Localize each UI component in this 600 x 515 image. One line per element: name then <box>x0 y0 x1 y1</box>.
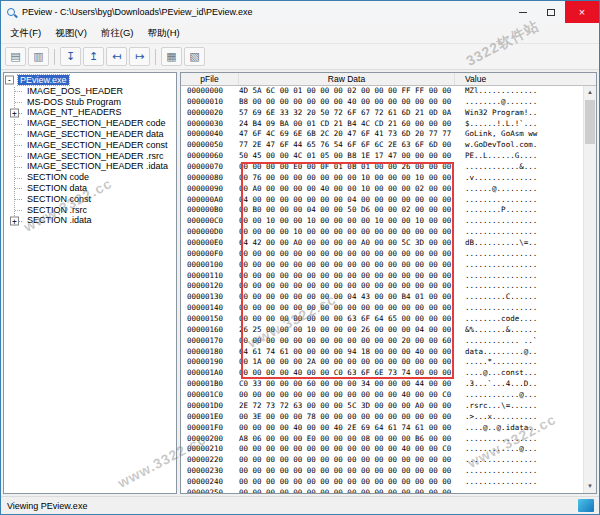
hex-row[interactable]: 000001C0 00 00 00 00 00 00 00 00 00 00 0… <box>181 390 583 401</box>
tree-item-section-header-idata[interactable]: IMAGE_SECTION_HEADER .idata <box>4 161 176 172</box>
hex-row[interactable]: 000000F0 00 00 00 00 00 00 00 00 00 00 0… <box>181 249 583 260</box>
hex-row-address: 00000230 <box>181 466 239 477</box>
hex-row[interactable]: 000001E0 00 3E 00 00 00 78 00 00 00 00 0… <box>181 412 583 423</box>
hex-row[interactable]: 000001A0 00 00 00 00 40 00 00 C0 63 6F 6… <box>181 368 583 379</box>
scroll-up-arrow-icon[interactable]: ▲ <box>584 86 596 99</box>
hex-row[interactable]: 000000D0 00 00 00 00 10 00 00 00 00 00 0… <box>181 227 583 238</box>
hex-row[interactable]: 00000080 00 76 00 00 00 00 00 00 00 10 0… <box>181 173 583 184</box>
view-raw-button[interactable]: ▦ <box>161 47 182 66</box>
minimize-button[interactable] <box>509 1 537 23</box>
tree-item-section-rsrc[interactable]: SECTION .rsrc <box>4 205 176 216</box>
scrollbar-thumb[interactable] <box>585 100 595 144</box>
tree-item-section-data[interactable]: SECTION data <box>4 183 176 194</box>
toolbar-separator[interactable] <box>155 49 156 65</box>
hex-row[interactable]: 00000230 00 00 00 00 00 00 00 00 00 00 0… <box>181 466 583 477</box>
hex-row-value: data.........@.. <box>455 347 583 358</box>
view-struct-button[interactable]: ▧ <box>184 47 205 66</box>
expander-icon[interactable] <box>10 216 19 225</box>
hex-row[interactable]: 00000030 24 B4 09 BA 00 01 CD 21 B4 4C C… <box>181 119 583 130</box>
hex-row-bytes: 00 00 00 00 00 00 00 00 00 00 00 00 00 0… <box>239 455 455 466</box>
tree-item-section-header-const[interactable]: IMAGE_SECTION_HEADER const <box>4 140 176 151</box>
open-file-button[interactable]: ▤ <box>5 47 26 66</box>
hex-row-value: .3...`...4...D.. <box>455 379 583 390</box>
hex-row[interactable]: 00000000 4D 5A 6C 00 01 00 00 00 02 00 0… <box>181 86 583 97</box>
hex-row[interactable]: 00000040 47 6F 4C 69 6E 6B 2C 20 47 6F 4… <box>181 129 583 140</box>
app-icon <box>6 7 17 18</box>
menu-file[interactable]: 文件(F) <box>3 25 48 42</box>
hex-row[interactable]: 00000100 00 00 00 00 00 00 00 00 00 00 0… <box>181 260 583 271</box>
tree-item-label: SECTION code <box>25 172 91 182</box>
hex-row-address: 000001E0 <box>181 412 239 423</box>
tree-item-section-header-rsrc[interactable]: IMAGE_SECTION_HEADER .rsrc <box>4 151 176 162</box>
hex-row-value: GoLink, GoAsm ww <box>455 129 583 140</box>
hex-row[interactable]: 00000090 00 A0 00 00 00 00 40 00 00 10 0… <box>181 184 583 195</box>
toolbar-separator[interactable] <box>54 49 55 65</box>
hex-row[interactable]: 00000200 A8 06 00 00 00 E0 00 00 00 08 0… <box>181 434 583 445</box>
hex-row[interactable]: 00000130 00 00 00 00 00 00 00 00 04 43 0… <box>181 292 583 303</box>
hex-row[interactable]: 00000070 00 00 00 00 E0 00 0F 01 0B 01 0… <box>181 162 583 173</box>
hex-row-bytes: 00 00 00 00 E0 00 0F 01 0B 01 00 00 26 0… <box>239 162 455 173</box>
tree-item-section-header-code[interactable]: IMAGE_SECTION_HEADER code <box>4 118 176 129</box>
hex-row[interactable]: 000000B0 00 B0 00 00 00 04 00 00 50 D6 0… <box>181 205 583 216</box>
maximize-button[interactable] <box>537 1 565 23</box>
hex-row[interactable]: 00000170 00 00 00 00 00 00 00 00 00 00 0… <box>181 336 583 347</box>
tree-item-label: SECTION data <box>25 183 89 193</box>
nav-back-button[interactable]: ↤ <box>106 47 127 66</box>
hex-row-address: 000001A0 <box>181 368 239 379</box>
tree-item-section-code[interactable]: SECTION code <box>4 172 176 183</box>
hex-row-bytes: 00 76 00 00 00 00 00 00 00 10 00 00 00 1… <box>239 173 455 184</box>
hex-row[interactable]: 00000250 00 00 00 00 00 00 00 00 00 00 0… <box>181 488 583 493</box>
hex-row[interactable]: 000000C0 00 00 10 00 00 10 00 00 00 00 1… <box>181 216 583 227</box>
hex-row-bytes: 00 A0 00 00 00 00 40 00 00 10 00 00 00 0… <box>239 184 455 195</box>
close-button[interactable]: × <box>565 1 599 23</box>
hex-row[interactable]: 00000150 00 00 00 00 00 00 00 00 63 6F 6… <box>181 314 583 325</box>
tree-item-peview-exe[interactable]: PEview.exe <box>4 75 176 86</box>
hex-row[interactable]: 000000E0 64 42 00 00 A0 00 00 00 00 A0 0… <box>181 238 583 249</box>
copy-button[interactable]: ▥ <box>28 47 49 66</box>
hex-row[interactable]: 00000240 00 00 00 00 00 00 00 00 00 00 0… <box>181 477 583 488</box>
nav-up-button[interactable]: ↥ <box>83 47 104 66</box>
expander-icon[interactable] <box>5 76 14 85</box>
hex-row[interactable]: 00000010 B8 00 00 00 00 00 00 00 40 00 0… <box>181 97 583 108</box>
hex-row[interactable]: 00000020 57 69 6E 33 32 20 50 72 6F 67 7… <box>181 108 583 119</box>
hex-row[interactable]: 00000190 00 1A 00 00 00 2A 00 00 00 00 0… <box>181 357 583 368</box>
nav-forward-button[interactable]: ↦ <box>129 47 150 66</box>
scroll-down-arrow-icon[interactable]: ▼ <box>584 480 596 493</box>
hex-row[interactable]: 00000050 77 2E 47 6F 44 65 76 54 6F 6F 6… <box>181 140 583 151</box>
hex-row[interactable]: 00000140 00 00 00 00 00 00 00 00 00 00 0… <box>181 303 583 314</box>
hex-row-value: ................ <box>455 216 583 227</box>
tree-item-image-nt-headers[interactable]: IMAGE_NT_HEADERS <box>4 107 176 118</box>
toolbar-icon: ▧ <box>189 51 199 62</box>
hex-row[interactable]: 000001D0 2E 72 73 72 63 00 00 00 5C 3D 0… <box>181 401 583 412</box>
title-bar[interactable]: PEview - C:\Users\byg\Downloads\PEview_i… <box>1 1 599 23</box>
hex-row[interactable]: 000000A0 04 00 00 00 00 00 00 00 04 00 0… <box>181 195 583 206</box>
hex-row[interactable]: 00000220 00 00 00 00 00 00 00 00 00 00 0… <box>181 455 583 466</box>
hex-row[interactable]: 00000160 26 25 00 00 00 10 00 00 00 26 0… <box>181 325 583 336</box>
toolbar: ▤ ▥ ↧ ↥ ↤ ↦ ▦ ▧ <box>1 44 599 70</box>
hex-row[interactable]: 00000120 00 00 00 00 00 00 00 00 00 00 0… <box>181 281 583 292</box>
nav-down-button[interactable]: ↧ <box>60 47 81 66</box>
hex-row-bytes: 00 00 00 00 00 00 00 00 00 00 00 00 00 0… <box>239 281 455 292</box>
tree-item-section-const[interactable]: SECTION const <box>4 194 176 205</box>
toolbar-icon: ↤ <box>112 51 121 62</box>
hex-row[interactable]: 000001B0 C0 33 00 00 00 60 00 00 00 34 0… <box>181 379 583 390</box>
tree-item-image-dos-header[interactable]: IMAGE_DOS_HEADER <box>4 86 176 97</box>
menu-bar: 文件(F) 视图(V) 前往(G) 帮助(H) <box>1 23 599 44</box>
hex-row[interactable]: 00000060 50 45 00 00 4C 01 05 00 B8 1E 1… <box>181 151 583 162</box>
tree-item-section-header-data[interactable]: IMAGE_SECTION_HEADER data <box>4 129 176 140</box>
menu-help[interactable]: 帮助(H) <box>141 25 187 42</box>
hex-row[interactable]: 00000180 64 61 74 61 00 00 00 00 94 18 0… <box>181 347 583 358</box>
hex-row[interactable]: 00000110 00 00 00 00 00 00 00 00 00 00 0… <box>181 271 583 282</box>
vertical-scrollbar[interactable]: ▲ ▼ <box>583 86 596 493</box>
hex-row-value: .........C...... <box>455 292 583 303</box>
hex-row[interactable]: 000001F0 00 00 00 00 40 00 00 40 2E 69 6… <box>181 423 583 434</box>
menu-view[interactable]: 视图(V) <box>48 25 94 42</box>
expander-icon[interactable] <box>10 108 19 117</box>
hex-row-bytes: 00 00 00 00 00 00 00 00 00 00 00 00 00 0… <box>239 477 455 488</box>
hex-row[interactable]: 00000210 00 00 00 00 00 00 00 00 00 00 0… <box>181 444 583 455</box>
tree-item-ms-dos-stub[interactable]: MS-DOS Stub Program <box>4 97 176 108</box>
hex-row-value: ................ <box>455 434 583 445</box>
tree-item-section-idata[interactable]: SECTION .idata <box>4 215 176 226</box>
menu-go[interactable]: 前往(G) <box>94 25 141 42</box>
hex-row-bytes: 00 00 00 00 00 00 00 00 00 00 00 00 40 0… <box>239 390 455 401</box>
